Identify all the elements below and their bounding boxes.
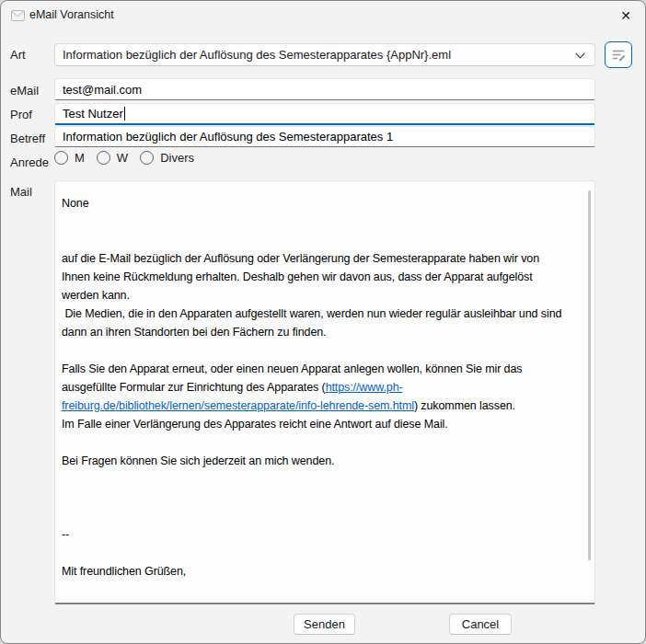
mail-paragraph: [62, 489, 571, 507]
mail-paragraph: --: [62, 525, 571, 544]
art-template-combobox[interactable]: Information bezüglich der Auflösung des …: [54, 43, 595, 66]
betreff-label: Betreff: [10, 132, 45, 145]
cancel-button[interactable]: Cancel: [449, 614, 512, 635]
mail-paragraph: Im Falle einer Verlängerung des Apparate…: [62, 415, 571, 433]
radio-circle-icon[interactable]: [97, 151, 110, 165]
mail-paragraph: [62, 581, 571, 599]
art-combobox-value: Information bezüglich der Auflösung des …: [63, 48, 451, 62]
mail-paragraph: Falls Sie den Apparat erneut, oder einen…: [62, 360, 571, 415]
betreff-input-value: Information bezüglich der Auflösung des …: [63, 130, 393, 144]
mail-paragraph: Bei Fragen können Sie sich jederzeit an …: [62, 452, 571, 470]
email-input[interactable]: test@mail.com: [54, 78, 595, 100]
mail-text: Falls Sie den Apparat erneut, oder einen…: [62, 362, 525, 394]
mail-paragraph: None: [62, 194, 571, 213]
anrede-radio-w[interactable]: W: [97, 151, 128, 165]
mail-text: ) zukommen lassen.: [414, 399, 515, 412]
anrede-radio-m[interactable]: M: [54, 151, 85, 165]
anrede-radio-group: MWDivers: [54, 151, 194, 165]
mail-paragraph: [62, 433, 571, 452]
edit-template-icon: [611, 47, 627, 63]
radio-label: M: [75, 151, 85, 165]
email-preview-dialog: eMail Voransicht ✕ Art Information bezüg…: [0, 0, 646, 644]
mail-paragraph: [62, 544, 571, 562]
envelope-icon: [11, 10, 25, 21]
scrollbar-thumb[interactable]: [588, 190, 591, 560]
mail-label: Mail: [10, 185, 32, 199]
anrede-radio-divers[interactable]: Divers: [140, 151, 194, 165]
mail-paragraph: Die Medien, die in den Apparaten aufgest…: [62, 305, 571, 341]
edit-template-button[interactable]: [605, 41, 632, 68]
mail-paragraph: [62, 470, 571, 489]
email-input-value: test@mail.com: [63, 83, 142, 97]
title-bar: eMail Voransicht ✕: [1, 1, 645, 30]
prof-label: Prof: [10, 108, 32, 121]
mail-paragraph: [62, 507, 571, 525]
radio-circle-icon[interactable]: [140, 151, 154, 165]
mail-paragraph: auf die E-Mail bezüglich der Auflösung o…: [62, 249, 571, 305]
anrede-label: Anrede: [10, 155, 49, 169]
chevron-down-icon: [575, 52, 585, 59]
art-label: Art: [10, 48, 26, 62]
email-label: eMail: [10, 84, 39, 98]
send-button[interactable]: Senden: [294, 614, 355, 635]
mail-paragraph: [62, 341, 571, 360]
radio-circle-icon[interactable]: [54, 151, 68, 165]
window-title: eMail Voransicht: [29, 8, 114, 21]
prof-input[interactable]: Test Nutzer: [54, 103, 595, 125]
mail-paragraph: [62, 213, 571, 231]
betreff-input[interactable]: Information bezüglich der Auflösung des …: [54, 126, 595, 147]
text-caret: [124, 107, 125, 121]
mail-paragraph: [62, 231, 571, 249]
close-button[interactable]: ✕: [612, 3, 640, 29]
mail-paragraph: Mit freundlichen Grüßen,: [62, 562, 571, 581]
radio-label: W: [117, 151, 128, 165]
mail-body-textarea[interactable]: Noneauf die E-Mail bezüglich der Auflösu…: [54, 180, 595, 604]
prof-input-value: Test Nutzer: [63, 107, 123, 121]
mail-paragraph: Alexander Kirchner: [62, 599, 571, 604]
radio-label: Divers: [160, 151, 194, 165]
